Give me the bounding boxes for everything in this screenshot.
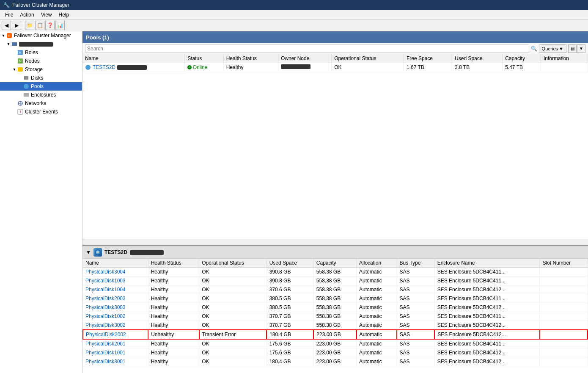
search-bar: 🔍 Queries ▼ ▤ ▼ [82,43,588,54]
col-information[interactable]: Information [541,54,588,63]
disk-allocation-cell: Automatic [357,276,397,285]
sidebar-item-enclosures[interactable]: ▶ Enclosures [0,91,82,99]
col-status[interactable]: Status [185,54,223,63]
disk-name-cell: PhysicalDisk1004 [83,285,148,294]
disk-col-capacity[interactable]: Capacity [313,259,356,268]
pool-name-link[interactable]: TESTS2D [93,64,115,70]
col-free-space[interactable]: Free Space [404,54,452,63]
disk-used-space-cell: 180.4 GB [267,330,313,339]
disk-name-link[interactable]: PhysicalDisk3003 [85,304,126,310]
queries-button[interactable]: Queries ▼ [539,44,566,53]
disk-allocation-cell: Automatic [357,285,397,294]
col-capacity[interactable]: Capacity [503,54,541,63]
disk-name-link[interactable]: PhysicalDisk3001 [85,359,126,365]
menu-action[interactable]: Action [16,11,37,19]
disk-used-space-cell: 370.7 GB [267,321,313,330]
disk-name-link[interactable]: PhysicalDisk3004 [85,269,126,275]
help-button[interactable]: ❓ [45,21,55,30]
sidebar-item-storage[interactable]: ▼ Storage [0,65,82,74]
bottom-collapse-icon[interactable]: ▼ [86,249,91,255]
sidebar-item-networks[interactable]: ▶ Networks [0,99,82,108]
pool-owner-cell [278,63,331,72]
disk-name-link[interactable]: PhysicalDisk3002 [85,322,126,328]
menu-help[interactable]: Help [55,11,73,19]
disk-col-enclosure[interactable]: Enclosure Name [434,259,540,268]
disk-used-space-cell: 175.6 GB [267,339,313,348]
col-used-space[interactable]: Used Space [452,54,503,63]
view-icon-btn1[interactable]: ▤ [568,44,577,53]
disk-health-cell: Healthy [148,276,199,285]
disk-col-used-space[interactable]: Used Space [267,259,313,268]
view-icon-btn2[interactable]: ▼ [577,44,585,53]
sidebar-item-roles[interactable]: ▶ R Roles [0,48,82,57]
col-name[interactable]: Name [82,54,185,63]
disk-name-link[interactable]: PhysicalDisk1003 [85,278,126,284]
disk-col-slot[interactable]: Slot Number [540,259,588,268]
sidebar-root[interactable]: ▼ F Failover Cluster Manager [0,31,82,40]
disk-slot-cell [540,357,588,366]
cluster-toggle[interactable]: ▼ [6,42,11,46]
table-row[interactable]: TESTS2D Online Healthy OK 1.67 TB 3.8 TB… [82,63,588,72]
disk-name-cell: PhysicalDisk1001 [83,348,148,357]
sidebar-item-disks[interactable]: ▶ Disks [0,74,82,82]
disk-health-cell: Unhealthy [148,330,199,339]
disk-enclosure-cell: SES Enclosure 5DCB4C412... [434,330,540,339]
disk-col-name[interactable]: Name [83,259,148,268]
sidebar-item-pools[interactable]: ▶ Pools [0,82,82,91]
bottom-panel-header: ▼ TESTS2D [82,246,588,259]
toolbar: ◀ ▶ 📁 📋 ❓ 📊 [0,19,588,31]
disk-health-cell: Healthy [148,357,199,366]
col-operational-status[interactable]: Operational Status [332,54,404,63]
open-button[interactable]: 📁 [25,21,34,30]
table-row[interactable]: PhysicalDisk1002 Healthy OK 370.7 GB 558… [83,312,588,321]
pool-name-redacted [117,65,147,70]
table-row[interactable]: PhysicalDisk3003 Healthy OK 380.5 GB 558… [83,303,588,312]
horizontal-scrollbar[interactable] [82,239,588,245]
back-button[interactable]: ◀ [2,21,11,30]
search-input[interactable] [85,44,529,53]
root-toggle[interactable]: ▼ [1,33,6,38]
table-row[interactable]: PhysicalDisk3001 Healthy OK 180.4 GB 223… [83,357,588,366]
menu-bar: File Action View Help [0,10,588,19]
table-row[interactable]: PhysicalDisk1001 Healthy OK 175.6 GB 223… [83,348,588,357]
view-button[interactable]: 📊 [55,21,65,30]
disk-col-health[interactable]: Health Status [148,259,199,268]
disk-health-cell: Healthy [148,321,199,330]
disk-used-space-cell: 370.6 GB [267,285,313,294]
disk-col-op-status[interactable]: Operational Status [199,259,267,268]
pool-capacity-cell: 5.47 TB [503,63,541,72]
disk-name-link[interactable]: PhysicalDisk1004 [85,287,126,293]
menu-file[interactable]: File [2,11,16,19]
table-row[interactable]: PhysicalDisk2001 Healthy OK 175.6 GB 223… [83,339,588,348]
disk-used-space-cell: 370.7 GB [267,312,313,321]
disk-name-link[interactable]: PhysicalDisk2002 [86,332,126,337]
col-owner-node[interactable]: Owner Node [278,54,331,63]
disk-allocation-cell: Automatic [357,330,397,339]
table-row[interactable]: PhysicalDisk2003 Healthy OK 380.5 GB 558… [83,294,588,303]
table-row[interactable]: PhysicalDisk3002 Healthy OK 370.7 GB 558… [83,321,588,330]
table-row[interactable]: PhysicalDisk1004 Healthy OK 370.6 GB 558… [83,285,588,294]
svg-point-9 [24,84,29,89]
disk-name-link[interactable]: PhysicalDisk2003 [85,296,126,301]
sidebar-cluster[interactable]: ▼ [0,40,82,48]
disk-name-link[interactable]: PhysicalDisk1002 [85,313,126,319]
col-health-status[interactable]: Health Status [223,54,278,63]
storage-toggle[interactable]: ▼ [12,67,17,72]
sidebar-networks-label: Networks [25,100,46,106]
table-row[interactable]: PhysicalDisk3004 Healthy OK 390.8 GB 558… [83,268,588,276]
disk-col-bus-type[interactable]: Bus Type [397,259,434,268]
properties-button[interactable]: 📋 [35,21,44,30]
disk-op-status-cell: Transient Error [199,330,267,339]
table-row[interactable]: PhysicalDisk2002 Unhealthy Transient Err… [83,330,588,339]
table-row[interactable]: PhysicalDisk1003 Healthy OK 390.8 GB 558… [83,276,588,285]
disk-enclosure-cell: SES Enclosure 5DCB4C411... [434,339,540,348]
disk-name-link[interactable]: PhysicalDisk2001 [85,341,126,347]
sidebar-item-nodes[interactable]: ▶ N Nodes [0,57,82,65]
disk-name-cell: PhysicalDisk1003 [83,276,148,285]
disk-name-link[interactable]: PhysicalDisk1001 [85,350,126,356]
disk-col-allocation[interactable]: Allocation [357,259,397,268]
forward-button[interactable]: ▶ [12,21,21,30]
sidebar-item-cluster-events[interactable]: ▶ ! Cluster Events [0,108,82,116]
menu-view[interactable]: View [38,11,55,19]
content-area: Pools (1) 🔍 Queries ▼ ▤ ▼ Name [82,31,588,373]
